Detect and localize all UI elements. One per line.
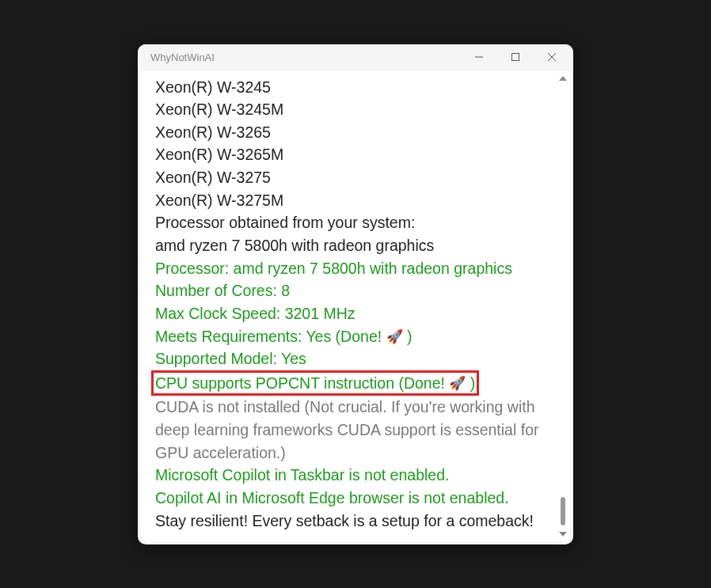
output-line: Xeon(R) W-3265M — [155, 143, 556, 166]
output-line: Xeon(R) W-3275 — [155, 166, 556, 189]
output-text[interactable]: Xeon(R) W-3245 Xeon(R) W-3245M Xeon(R) W… — [141, 71, 570, 541]
output-line-info: CUDA is not installed (Not crucial. If y… — [155, 396, 556, 464]
titlebar-buttons — [461, 44, 570, 71]
output-line-success: Processor: amd ryzen 7 5800h with radeon… — [155, 257, 556, 280]
output-line: Xeon(R) W-3265 — [155, 121, 556, 144]
output-line-success: Copilot AI in Microsoft Edge browser is … — [155, 487, 556, 510]
rocket-icon: 🚀 — [449, 375, 466, 393]
svg-rect-1 — [512, 53, 519, 60]
output-line-success: Microsoft Copilot in Taskbar is not enab… — [155, 464, 556, 487]
scroll-down-icon[interactable] — [559, 532, 567, 537]
output-line-success: Number of Cores: 8 — [155, 279, 556, 302]
window-title: WhyNotWinAI — [150, 51, 461, 63]
close-icon — [548, 53, 556, 61]
output-line: amd ryzen 7 5800h with radeon graphics — [155, 234, 556, 257]
maximize-icon — [511, 53, 519, 61]
vertical-scrollbar[interactable] — [559, 76, 567, 537]
output-line: Stay resilient! Every setback is a setup… — [155, 510, 556, 533]
rocket-icon: 🚀 — [386, 328, 403, 347]
titlebar[interactable]: WhyNotWinAI — [138, 44, 573, 71]
close-button[interactable] — [534, 44, 570, 70]
output-line-success: Meets Requirements: Yes (Done! 🚀 ) — [155, 325, 556, 348]
minimize-button[interactable] — [461, 44, 497, 70]
scroll-thumb[interactable] — [561, 497, 565, 525]
maximize-button[interactable] — [497, 44, 534, 70]
content-area: Xeon(R) W-3245 Xeon(R) W-3245M Xeon(R) W… — [141, 71, 570, 541]
output-line: Xeon(R) W-3245 — [155, 76, 556, 99]
highlighted-line: CPU supports POPCNT instruction (Done! 🚀… — [155, 370, 556, 396]
output-line-success: Supported Model: Yes — [155, 347, 556, 370]
output-line: Xeon(R) W-3245M — [155, 98, 556, 121]
app-window: WhyNotWinAI Xeon(R) W-3245 Xeon(R) W-324… — [138, 44, 573, 544]
scroll-up-icon[interactable] — [559, 76, 567, 81]
minimize-icon — [475, 53, 483, 61]
output-line: Processor obtained from your system: — [155, 211, 556, 234]
output-line: Xeon(R) W-3275M — [155, 189, 556, 212]
output-line-success: Max Clock Speed: 3201 MHz — [155, 302, 556, 325]
highlight-annotation: CPU supports POPCNT instruction (Done! 🚀… — [151, 370, 479, 396]
